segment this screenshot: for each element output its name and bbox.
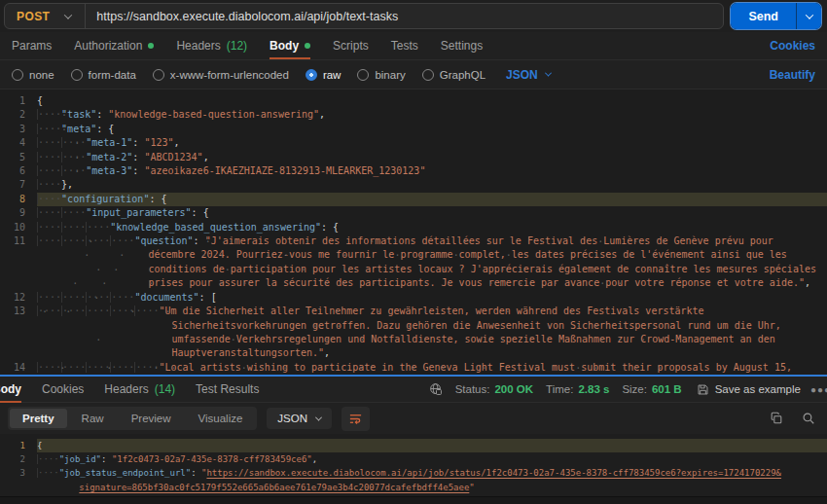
code-line[interactable]: 12················"documents": [ <box>0 291 827 305</box>
code-text[interactable]: ····"configuration": { <box>37 193 827 206</box>
code-line[interactable]: 3····"meta": { <box>0 123 827 136</box>
code-line[interactable]: 9········"input_parameters": { <box>0 206 827 220</box>
code-text[interactable]: ················"documents": [ <box>37 291 827 305</box>
indent-guide: ···· <box>37 109 61 120</box>
code-text[interactable]: ········"meta-1": "123", <box>37 136 827 150</box>
method-selector[interactable]: POST <box>5 4 85 28</box>
code-line[interactable]: 4········"meta-1": "123", <box>0 136 827 150</box>
radio-form-data[interactable]: form-data <box>71 69 136 81</box>
language-selector[interactable]: JSON <box>506 68 551 82</box>
code-text[interactable]: ····················"Um die Sicherheit a… <box>37 305 827 361</box>
line-number: 3 <box>0 123 37 136</box>
line-number: 13 <box>0 305 37 361</box>
save-as-example-button[interactable]: Save as example <box>697 383 801 396</box>
view-raw[interactable]: Raw <box>69 409 117 428</box>
code-text[interactable]: ····"job_status_endpoint_url": "https://… <box>37 466 827 493</box>
indent-guide: ···· <box>61 222 86 233</box>
tab-params[interactable]: Params <box>12 39 52 53</box>
radio-circle-icon <box>357 69 369 81</box>
copy-icon[interactable] <box>770 412 783 425</box>
tab-settings[interactable]: Settings <box>441 39 483 53</box>
code-text[interactable]: ····"task": "knowledge-based-question-an… <box>37 108 827 122</box>
line-number: 14 <box>0 361 37 375</box>
code-text[interactable]: ············"knowledge_based_question_an… <box>37 221 827 234</box>
line-number: 11 <box>0 234 37 291</box>
line-number: 4 <box>0 136 37 150</box>
code-line[interactable]: 1{ <box>0 439 827 452</box>
tab-test-results[interactable]: Test Results <box>196 382 259 396</box>
indent-guide: ···· <box>37 124 61 134</box>
send-options-button[interactable] <box>796 3 821 29</box>
body-type-row: none form-data x-www-form-urlencoded raw… <box>0 60 827 90</box>
tab-authorization[interactable]: Authorization <box>74 39 154 53</box>
tab-label: Scripts <box>333 39 369 53</box>
radio-circle-icon <box>306 69 317 81</box>
tab-response-cookies[interactable]: Cookies <box>42 382 84 396</box>
tab-count: (14) <box>155 382 175 396</box>
view-preview[interactable]: Preview <box>119 409 184 428</box>
response-toolbar: Pretty Raw Preview Visualize JSON <box>0 403 827 434</box>
tab-tests[interactable]: Tests <box>391 39 418 53</box>
code-line[interactable]: 14····················"Local artists wis… <box>0 361 827 375</box>
indent-guide: ···· <box>37 137 61 148</box>
size-label: Size: <box>622 383 647 395</box>
code-text[interactable]: ········"meta-2": "ABCD1234", <box>37 151 827 164</box>
tab-response-headers[interactable]: Headers(14) <box>104 382 175 396</box>
radio-circle-icon <box>12 69 23 81</box>
code-line[interactable]: 10············"knowledge_based_question_… <box>0 221 827 234</box>
code-text[interactable]: { <box>37 439 827 452</box>
more-actions-button[interactable]: ●●● <box>810 384 827 395</box>
tab-label: Cookies <box>42 382 84 396</box>
code-text[interactable]: ····················"Local artists wishi… <box>37 361 827 375</box>
radio-binary[interactable]: binary <box>357 69 405 81</box>
code-line[interactable]: 8····"configuration": { <box>0 193 827 206</box>
code-line[interactable]: 2····"job_id": "1f2c0473-02a7-435e-8378-… <box>0 452 827 466</box>
code-text[interactable]: ····"job_id": "1f2c0473-02a7-435e-8378-c… <box>37 452 827 466</box>
code-text[interactable]: ········"input_parameters": { <box>37 206 827 220</box>
tab-response-body[interactable]: Body <box>0 382 21 396</box>
send-button[interactable]: Send <box>731 3 796 29</box>
response-body-editor[interactable]: 1{2····"job_id": "1f2c0473-02a7-435e-837… <box>0 434 827 496</box>
request-url-bar: POST https://sandbox.execute.diabolocom.… <box>4 3 724 29</box>
request-body-editor[interactable]: 1{2····"task": "knowledge-based-question… <box>0 90 827 375</box>
indent-guide: ···· <box>61 207 86 218</box>
tab-label: Headers <box>176 39 220 53</box>
code-line[interactable]: 3····"job_status_endpoint_url": "https:/… <box>0 466 827 493</box>
url-input[interactable]: https://sandbox.execute.diabolocom.ai/ap… <box>86 10 723 23</box>
code-line[interactable]: 1{ <box>0 94 827 108</box>
time-value: 2.83 s <box>578 383 609 395</box>
radio-none[interactable]: none <box>12 69 54 81</box>
line-number: 7 <box>0 178 37 192</box>
code-line[interactable]: 7····}, <box>0 178 827 192</box>
indent-guide: ···· <box>37 306 61 316</box>
code-line[interactable]: 13····················"Um die Sicherheit… <box>0 305 827 361</box>
code-text[interactable]: ················"question": "J'aimerais … <box>37 234 827 291</box>
view-pretty[interactable]: Pretty <box>10 409 67 428</box>
network-globe-icon[interactable] <box>429 382 443 396</box>
radio-circle-icon <box>153 69 164 81</box>
code-text[interactable]: ········"meta-3": "azeoikaze6-IKAEZHIAZE… <box>37 164 827 178</box>
radio-graphql[interactable]: GraphQL <box>422 69 485 81</box>
beautify-link[interactable]: Beautify <box>770 68 815 82</box>
tab-headers[interactable]: Headers(12) <box>176 39 247 53</box>
code-line[interactable]: 6········"meta-3": "azeoikaze6-IKAEZHIAZ… <box>0 164 827 178</box>
save-label: Save as example <box>715 383 801 395</box>
cookies-link[interactable]: Cookies <box>770 39 815 53</box>
line-number: 5 <box>0 151 37 164</box>
radio-raw[interactable]: raw <box>306 69 342 81</box>
code-text[interactable]: { <box>37 94 827 108</box>
response-format-selector[interactable]: JSON <box>267 408 332 429</box>
code-line[interactable]: 5········"meta-2": "ABCD1234", <box>0 151 827 164</box>
code-line[interactable]: 11················"question": "J'aimerai… <box>0 234 827 291</box>
code-text[interactable]: ····}, <box>37 178 827 192</box>
radio-x-www-form-urlencoded[interactable]: x-www-form-urlencoded <box>153 69 289 81</box>
view-visualize[interactable]: Visualize <box>186 409 256 428</box>
code-text[interactable]: ····"meta": { <box>37 123 827 136</box>
tab-body[interactable]: Body <box>270 39 310 53</box>
wrap-text-button[interactable] <box>342 407 370 431</box>
time-label: Time: <box>546 383 573 395</box>
indent-guide: ···· <box>37 362 61 373</box>
tab-scripts[interactable]: Scripts <box>333 39 369 53</box>
code-line[interactable]: 2····"task": "knowledge-based-question-a… <box>0 108 827 122</box>
search-icon[interactable] <box>802 412 815 425</box>
